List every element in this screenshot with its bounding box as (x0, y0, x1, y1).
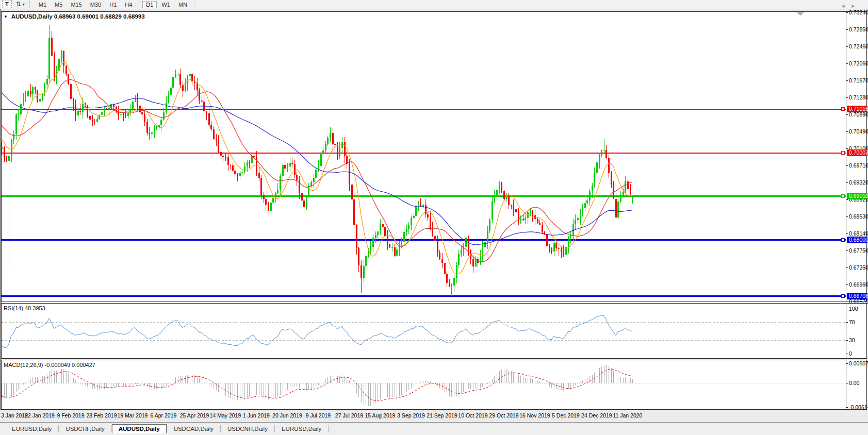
rsi-axis-label: 70 (849, 319, 855, 325)
text-tool-button[interactable]: T (2, 1, 12, 8)
timeframe-button-m5[interactable]: M5 (51, 1, 66, 8)
chart-title: ▼ AUDUSD,Daily 0.68963 0.69001 0.68829 0… (4, 13, 145, 20)
timeframe-button-h1[interactable]: H1 (106, 1, 120, 8)
price-axis-label: 0.72060 (849, 60, 868, 66)
timeframe-button-m30[interactable]: M30 (87, 1, 105, 8)
timeframe-button-m1[interactable]: M1 (35, 1, 50, 8)
chart-tab-1-usdchf[interactable]: USDCHF,Daily (59, 424, 111, 433)
macd-panel[interactable] (1, 360, 867, 410)
date-axis-label: 24 Dec 2019 (581, 412, 612, 419)
tab-scroll-right-icon[interactable]: ▸ (851, 3, 862, 9)
chart-tab-3-usdcad[interactable]: USDCAD,Daily (167, 424, 220, 433)
date-axis-label: 15 Aug 2019 (365, 412, 395, 419)
price-axis-label: 0.68140 (849, 230, 868, 237)
rsi-axis-label: 0 (849, 350, 852, 357)
date-axis-label: 16 Nov 2019 (519, 412, 550, 419)
timeframe-button-h4[interactable]: H4 (121, 1, 136, 8)
main-chart-panel[interactable] (1, 11, 867, 302)
timeframe-button-group: M1M5M15M30H1H4D1W1MN (35, 1, 191, 8)
chart-tab-0-eurusd[interactable]: EURUSD,Daily (5, 424, 58, 433)
date-axis-label: 3 Jan 2019 (1, 412, 28, 419)
timeframe-button-w1[interactable]: W1 (158, 1, 174, 8)
price-axis-label: 0.71670 (849, 77, 868, 83)
price-axis-label: 0.67350 (849, 264, 868, 271)
date-axis-label: 3 Sep 2019 (397, 412, 425, 419)
mt4-window: T ⇅ ▾ M1M5M15M30H1H4D1W1MN ▼ AUDUSD,Dail… (0, 0, 868, 435)
chart-tab-2-audusd[interactable]: AUDUSD,Daily (112, 424, 167, 433)
level-price-badge: 0.66706 (847, 293, 867, 299)
date-axis-label: 10 Oct 2019 (458, 412, 487, 419)
rsi-panel[interactable] (1, 303, 867, 359)
toolbar: T ⇅ ▾ M1M5M15M30H1H4D1W1MN (0, 0, 868, 9)
price-axis-label: 0.69320 (849, 179, 868, 186)
price-axis-label: 0.70490 (849, 128, 868, 135)
date-axis-label: 11 Jan 2020 (613, 412, 642, 419)
level-price-badge: 0.69010 (847, 193, 867, 199)
rsi-label: RSI(14) 48.3953 (4, 305, 45, 311)
date-axis-label: 1 Jun 2019 (243, 412, 270, 419)
date-axis-label: 14 May 2019 (210, 412, 241, 419)
date-axis-label: 9 Jul 2019 (306, 412, 331, 419)
tab-separator (328, 425, 329, 432)
price-axis-label: 0.66960 (849, 281, 868, 288)
date-axis-label: 20 Jun 2019 (272, 412, 302, 419)
date-axis[interactable]: 3 Jan 201922 Jan 20199 Feb 201928 Feb 20… (0, 412, 868, 421)
timeframe-button-m15[interactable]: M15 (67, 1, 85, 8)
timeframe-button-d1[interactable]: D1 (142, 1, 157, 8)
chart-tab-5-eurusd[interactable]: EURUSD,Daily (275, 424, 328, 433)
macd-axis-label: 0.00 (849, 380, 859, 386)
chart-tab-bar: EURUSD,DailyUSDCHF,DailyAUDUSD,DailyUSDC… (0, 423, 868, 435)
macd-axis-label: 0.005076 (849, 360, 868, 366)
symbol-dropdown-icon[interactable]: ▼ (4, 14, 8, 19)
macd-axis-label: -0.006148 (849, 404, 868, 410)
date-axis-label: 21 Sep 2019 (427, 412, 457, 419)
date-axis-label: 9 Feb 2019 (57, 412, 84, 419)
date-axis-label: 6 Apr 2019 (151, 412, 177, 419)
price-axis-label: 0.72850 (849, 26, 868, 32)
price-axis-label: 0.69710 (849, 162, 868, 169)
date-axis-label: 29 Oct 2019 (489, 412, 518, 419)
level-price-badge: 0.70007 (847, 149, 867, 156)
chart-tabs: EURUSD,DailyUSDCHF,DailyAUDUSD,DailyUSDC… (5, 424, 329, 433)
level-price-badge: 0.71016 (847, 106, 867, 112)
toolbar-separator (139, 1, 139, 8)
dropdown-caret-icon[interactable]: ▾ (23, 2, 25, 7)
price-axis-label: 0.71280 (849, 94, 868, 101)
chart-tab-4-usdcnh[interactable]: USDCNH,Daily (221, 424, 274, 433)
price-axis-label: 0.72460 (849, 43, 868, 49)
date-axis-label: 5 Dec 2019 (552, 412, 580, 419)
level-price-badge: 0.68000 (847, 237, 867, 243)
chart-symbol-label: AUDUSD,Daily (11, 13, 53, 20)
scale-arrows-icon[interactable]: ⇅ (16, 1, 21, 8)
price-axis-label: 0.73240 (849, 9, 868, 15)
rsi-axis-label: 100 (849, 306, 858, 312)
toolbar-grip[interactable] (29, 1, 31, 8)
date-axis-label: 27 Jul 2019 (335, 412, 363, 419)
chart-ohlc-values: 0.68963 0.69001 0.68829 0.68993 (54, 13, 145, 20)
timeframe-button-mn[interactable]: MN (175, 1, 191, 8)
tab-scroll-left-icon[interactable]: ◂ (842, 3, 852, 9)
rsi-axis-label: 30 (849, 337, 855, 343)
toolbar-separator (194, 1, 194, 8)
date-axis-label: 28 Feb 2019 (87, 412, 117, 419)
date-axis-label: 25 Apr 2019 (180, 412, 209, 419)
date-axis-label: 22 Jan 2019 (25, 412, 55, 419)
date-axis-label: 19 Mar 2019 (117, 412, 148, 419)
macd-label: MACD(12,26,9) -0.000049 0.000427 (4, 362, 95, 368)
price-axis-label: 0.67750 (849, 247, 868, 254)
price-axis-label: 0.68530 (849, 213, 868, 220)
